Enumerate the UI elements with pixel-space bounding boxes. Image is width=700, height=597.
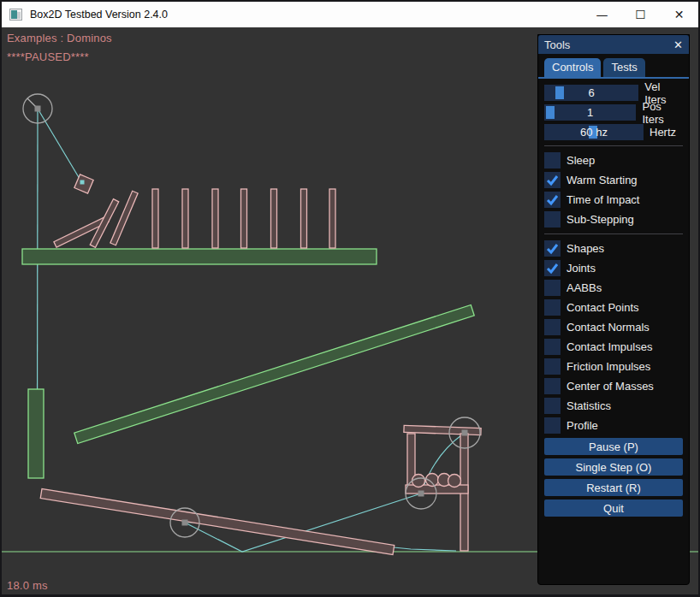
pause-p-button[interactable]: Pause (P) — [544, 438, 683, 455]
window-title: Box2D Testbed Version 2.4.0 — [30, 9, 168, 21]
checkbox-row: AABBs — [544, 278, 683, 298]
vertical-plank — [28, 389, 44, 478]
restart-r-button[interactable]: Restart (R) — [544, 479, 683, 496]
check-icon — [544, 260, 561, 276]
ball-1 — [412, 475, 425, 488]
slider-value: 6 — [544, 85, 638, 101]
checkbox-row: Warm Starting — [544, 170, 683, 190]
check-icon — [544, 240, 561, 257]
checkbox-row: Sub-Stepping — [544, 210, 683, 229]
checkbox-row: Joints — [544, 258, 683, 278]
domino-6 — [301, 189, 307, 248]
domino-7 — [329, 189, 335, 248]
joint-vertical — [38, 109, 39, 434]
slider-row: 1Pos Iters — [544, 104, 683, 121]
tab-bar: ControlsTests — [538, 54, 689, 79]
anchor-frame-low — [418, 491, 424, 497]
slider-value: 60 hz — [544, 124, 644, 140]
checkbox-label: Shapes — [567, 242, 604, 255]
paused-label: ****PAUSED**** — [7, 50, 89, 63]
checkbox-row: Statistics — [544, 396, 683, 416]
checkbox-time-of-impact[interactable] — [544, 192, 561, 208]
platform — [22, 249, 377, 264]
checkbox-label: Contact Impulses — [567, 340, 652, 353]
domino-5 — [271, 189, 277, 248]
checkbox-friction-impulses[interactable] — [544, 358, 561, 375]
separator — [544, 233, 683, 234]
app-icon — [9, 9, 22, 21]
slider-group: 6Vel Iters1Pos Iters60 hzHertz — [538, 79, 689, 140]
checkbox-label: Center of Masses — [567, 380, 654, 393]
joint-ground-right — [394, 547, 456, 551]
slider-row: 60 hzHertz — [544, 124, 683, 140]
app-window: Box2D Testbed Version 2.4.0 — ☐ ✕ Exampl… — [0, 0, 700, 597]
checkbox-row: Profile — [544, 416, 683, 435]
checkbox-row: Time of Impact — [544, 190, 683, 210]
checkbox-contact-impulses[interactable] — [544, 339, 561, 355]
minimize-button[interactable]: — — [583, 2, 621, 27]
domino-4 — [241, 189, 247, 248]
checkbox-row: Contact Impulses — [544, 337, 683, 357]
checkbox-label: Statistics — [567, 399, 611, 412]
panel-titlebar[interactable]: Tools ✕ — [538, 35, 689, 54]
checkbox-row: Shapes — [544, 239, 683, 258]
slider-row: 6Vel Iters — [544, 85, 683, 101]
maximize-button[interactable]: ☐ — [621, 2, 660, 27]
slider-track-vel-iters[interactable]: 6 — [544, 85, 638, 101]
checkbox-list: SleepWarm StartingTime of ImpactSub-Step… — [538, 151, 689, 435]
anchor-bob — [80, 180, 85, 185]
checkbox-label: Joints — [567, 262, 596, 275]
checkbox-contact-normals[interactable] — [544, 319, 561, 335]
checkbox-center-of-masses[interactable] — [544, 378, 561, 394]
anchor-seesaw — [182, 520, 188, 526]
ball-4 — [448, 475, 461, 488]
checkbox-profile[interactable] — [544, 417, 561, 434]
slider-track-pos-iters[interactable]: 1 — [544, 104, 636, 121]
domino-1 — [152, 189, 158, 248]
quit-button[interactable]: Quit — [544, 499, 683, 517]
checkbox-warm-starting[interactable] — [544, 172, 561, 188]
checkbox-row: Contact Points — [544, 298, 683, 317]
checkbox-sub-stepping[interactable] — [544, 211, 561, 228]
anchor-pendulum — [35, 106, 41, 112]
checkbox-label: AABBs — [567, 281, 602, 294]
checkbox-statistics[interactable] — [544, 398, 561, 414]
anchor-frame-top — [462, 430, 468, 436]
checkbox-label: Friction Impulses — [567, 360, 650, 373]
checkbox-label: Profile — [567, 419, 598, 432]
checkbox-label: Contact Normals — [567, 321, 650, 334]
domino-3 — [212, 189, 218, 248]
slider-label: Pos Iters — [642, 100, 683, 126]
checkbox-shapes[interactable] — [544, 240, 561, 257]
domino-2 — [182, 189, 188, 248]
checkbox-row: Sleep — [544, 151, 683, 170]
diagonal-plank — [74, 304, 474, 443]
seesaw-plank — [40, 489, 394, 555]
checkbox-aabbs[interactable] — [544, 280, 561, 296]
panel-title: Tools — [544, 38, 570, 51]
checkbox-row: Friction Impulses — [544, 357, 683, 376]
tools-panel: Tools ✕ ControlsTests 6Vel Iters1Pos Ite… — [537, 34, 690, 585]
tab-tests[interactable]: Tests — [603, 58, 644, 77]
slider-value: 1 — [544, 104, 636, 121]
slider-label: Hertz — [650, 126, 676, 139]
tab-controls[interactable]: Controls — [544, 58, 601, 77]
checkbox-label: Contact Points — [567, 301, 639, 314]
physics-canvas[interactable]: Examples : Dominos ****PAUSED**** 18.0 m… — [0, 27, 700, 597]
panel-close-icon[interactable]: ✕ — [673, 39, 683, 50]
os-titlebar[interactable]: Box2D Testbed Version 2.4.0 — ☐ ✕ — [2, 2, 698, 27]
checkbox-sleep[interactable] — [544, 152, 561, 168]
window-controls: — ☐ ✕ — [583, 2, 698, 27]
checkbox-label: Warm Starting — [567, 174, 638, 186]
checkbox-label: Sub-Stepping — [567, 213, 634, 226]
separator — [544, 145, 683, 146]
button-group: Pause (P)Single Step (O)Restart (R)Quit — [538, 435, 689, 517]
checkbox-label: Time of Impact — [567, 193, 639, 206]
single-step-o-button[interactable]: Single Step (O) — [544, 458, 683, 476]
checkbox-row: Contact Normals — [544, 317, 683, 337]
close-button[interactable]: ✕ — [660, 2, 698, 27]
checkbox-joints[interactable] — [544, 260, 561, 276]
example-label: Examples : Dominos — [7, 32, 112, 44]
slider-track-hertz[interactable]: 60 hz — [544, 124, 644, 140]
checkbox-contact-points[interactable] — [544, 299, 561, 316]
